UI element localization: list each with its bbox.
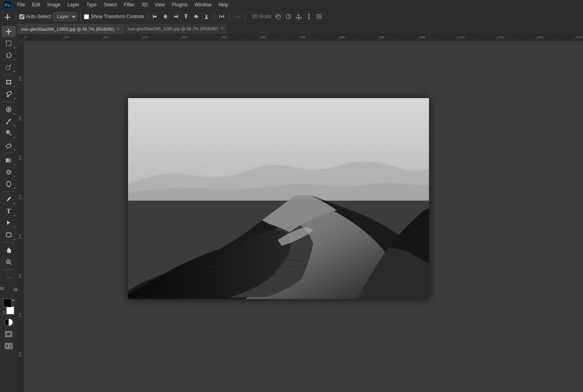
pen-tool[interactable] <box>2 194 16 205</box>
menu-3d[interactable]: 3D <box>138 1 150 8</box>
default-colors-btn[interactable]: ⬛ <box>2 311 6 314</box>
auto-select-checkbox-label[interactable]: Auto-Select: <box>19 14 52 19</box>
dodge-tool[interactable] <box>2 178 16 189</box>
svg-rect-42 <box>6 143 11 148</box>
svg-rect-4 <box>154 16 157 17</box>
extra-tool-2[interactable] <box>9 284 17 295</box>
transform-controls-label[interactable]: Show Transform Controls <box>84 14 144 19</box>
menu-plugins[interactable]: Plugins <box>169 1 191 8</box>
svg-rect-13 <box>205 18 208 19</box>
svg-point-34 <box>7 96 9 97</box>
vertical-ruler <box>17 41 24 392</box>
text-tool[interactable]: T <box>2 206 16 217</box>
svg-rect-55 <box>2 288 4 290</box>
swap-colors-btn[interactable]: ⇄ <box>12 299 15 302</box>
separator-1 <box>16 13 16 20</box>
align-left-edges-btn[interactable] <box>151 12 160 21</box>
eraser-tool[interactable] <box>2 139 16 150</box>
menu-layer[interactable]: Layer <box>64 1 82 8</box>
toolbar-sep-1 <box>3 74 14 75</box>
distribute-btn[interactable] <box>217 12 226 21</box>
tab-1[interactable]: iran-gbe30aa396_12802.jpg @ 66.7% (RGB/8… <box>17 24 124 34</box>
healing-brush-tool[interactable] <box>2 104 16 115</box>
more-tools-btn[interactable]: ··· <box>2 272 16 283</box>
menu-help[interactable]: Help <box>215 1 232 8</box>
3d-rotate-btn[interactable] <box>274 12 282 21</box>
3d-scale-btn[interactable] <box>315 12 323 21</box>
extra-tool-group <box>0 284 17 295</box>
transform-controls-text: Show Transform Controls <box>91 14 144 19</box>
background-color-swatch[interactable] <box>6 307 14 314</box>
color-swatches: ⇄ ⬛ <box>2 299 16 314</box>
clone-stamp-tool[interactable] <box>2 128 16 139</box>
menu-bar: Ps File Edit Image Layer Type Select Fil… <box>0 0 583 9</box>
menu-type[interactable]: Type <box>83 1 100 8</box>
align-bottom-edges-btn[interactable] <box>202 12 211 21</box>
extra-tool-1[interactable] <box>0 284 8 295</box>
tab-1-label: iran-gbe30aa396_12802.jpg @ 66.7% (RGB/8… <box>21 27 114 32</box>
svg-point-38 <box>6 123 8 124</box>
ruler-corner <box>17 35 24 41</box>
menu-select[interactable]: Select <box>100 1 120 8</box>
eyedropper-tool[interactable] <box>2 89 16 100</box>
path-selection-tool[interactable] <box>2 217 16 229</box>
svg-marker-25 <box>6 28 12 35</box>
svg-text:Ps: Ps <box>5 3 10 7</box>
svg-rect-9 <box>184 14 188 15</box>
svg-rect-61 <box>6 344 8 347</box>
tab-1-close[interactable]: ✕ <box>117 27 120 31</box>
menu-file[interactable]: File <box>14 1 28 8</box>
tab-2-close[interactable]: ✕ <box>221 27 224 31</box>
menu-image[interactable]: Image <box>44 1 63 8</box>
align-center-v-btn[interactable] <box>192 12 201 21</box>
menu-edit[interactable]: Edit <box>29 1 43 8</box>
menu-filter[interactable]: Filter <box>121 1 138 8</box>
lasso-tool[interactable] <box>2 50 16 61</box>
3d-pan-btn[interactable] <box>294 12 303 21</box>
zoom-tool[interactable] <box>2 256 16 268</box>
svg-rect-3 <box>153 15 154 18</box>
screen-mode-btn[interactable] <box>2 329 16 340</box>
menu-view[interactable]: View <box>152 1 168 8</box>
more-options-btn[interactable]: ··· <box>233 13 242 20</box>
auto-select-checkbox[interactable] <box>19 14 24 19</box>
auto-select-dropdown[interactable]: Layer <box>53 12 77 21</box>
horizontal-ruler <box>24 35 583 41</box>
align-center-h-btn[interactable] <box>161 12 170 21</box>
toolbar-sep-4 <box>3 191 14 192</box>
align-right-edges-btn[interactable] <box>171 12 180 21</box>
3d-roll-btn[interactable] <box>284 12 293 21</box>
svg-line-28 <box>9 65 11 66</box>
3d-slide-btn[interactable] <box>304 12 313 21</box>
hand-tool[interactable] <box>2 245 16 256</box>
svg-rect-10 <box>185 15 187 18</box>
quick-select-tool[interactable] <box>2 61 16 72</box>
align-top-edges-btn[interactable] <box>182 12 190 21</box>
frame-mode-btn[interactable] <box>2 340 16 351</box>
marquee-tool[interactable] <box>2 38 16 49</box>
move-tool-options <box>2 12 13 21</box>
blur-tool[interactable] <box>2 167 16 178</box>
canvas-viewport[interactable] <box>24 41 583 392</box>
image-canvas <box>128 98 429 299</box>
ps-logo: Ps <box>3 1 11 9</box>
svg-rect-15 <box>219 15 220 18</box>
toolbar-sep-2 <box>3 102 14 102</box>
shape-tool[interactable] <box>2 229 16 240</box>
svg-marker-21 <box>308 13 310 20</box>
svg-line-51 <box>10 263 11 265</box>
desert-dunes-image <box>128 98 429 299</box>
transform-controls-checkbox[interactable] <box>84 14 89 19</box>
brush-tool[interactable] <box>2 116 16 127</box>
menu-window[interactable]: Window <box>191 1 215 8</box>
gradient-tool[interactable] <box>2 155 16 166</box>
tab-2[interactable]: iran-gbe30aa396_1280.jpg @ 66.7% (RGB/8#… <box>124 24 228 34</box>
main-area: T <box>0 24 583 392</box>
left-toolbar: T <box>0 24 17 392</box>
separator-3 <box>147 13 148 20</box>
crop-tool[interactable] <box>2 77 16 88</box>
quick-mask-btn[interactable] <box>2 317 16 328</box>
svg-point-44 <box>7 170 11 174</box>
foreground-color-swatch[interactable] <box>3 299 12 307</box>
move-tool[interactable] <box>2 26 16 37</box>
